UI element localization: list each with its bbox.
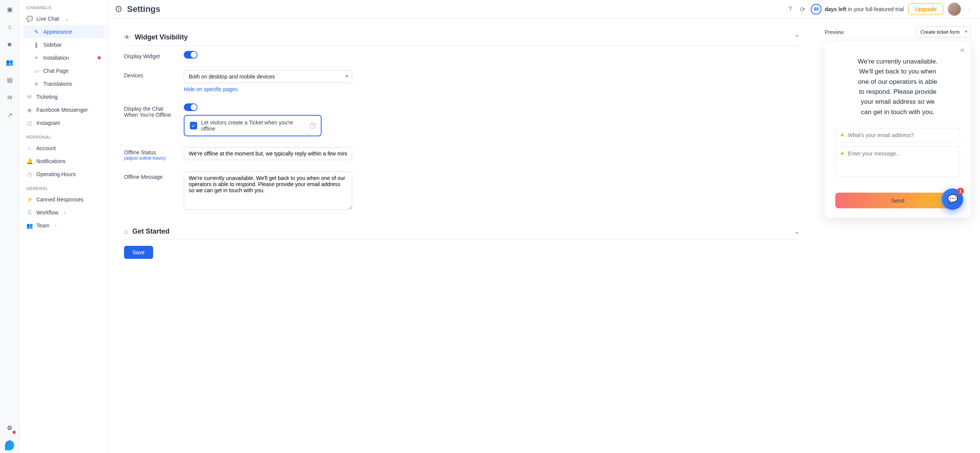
rail-contacts-icon[interactable]: 👥 bbox=[5, 57, 14, 67]
sidebar-section-general: GENERAL bbox=[20, 181, 108, 193]
label-offline-status: Offline Status (adjust online hours) bbox=[124, 147, 178, 161]
close-icon[interactable]: ✕ bbox=[960, 47, 965, 54]
sidebar-item-team[interactable]: 👥 Team › bbox=[20, 219, 108, 232]
sidebar-label: Chat Page bbox=[43, 68, 69, 74]
sidebar-item-account[interactable]: ☺ Account bbox=[20, 142, 108, 155]
user-icon: ☺ bbox=[26, 145, 33, 151]
widget-offline-message: We're currently unavailable. We'll get b… bbox=[835, 57, 960, 117]
home-icon: ⌂ bbox=[124, 228, 128, 235]
trial-days-count: 98 bbox=[811, 4, 822, 15]
chevron-right-icon: › bbox=[55, 222, 57, 229]
save-button[interactable]: Save bbox=[124, 246, 153, 259]
sidebar-label: Account bbox=[36, 145, 56, 151]
section-title: Widget Visibility bbox=[135, 33, 188, 41]
notification-dot bbox=[98, 56, 101, 59]
preview-panel: Preview Create ticket form ✕ We're curre… bbox=[815, 19, 980, 453]
settings-form: 👁 Widget Visibility ⌃ Display Widget Dev… bbox=[108, 19, 815, 453]
sidebar-item-instagram[interactable]: ◫ Instagram bbox=[20, 116, 108, 129]
rail-home-icon[interactable]: ⌂ bbox=[5, 22, 14, 31]
sidebar-item-canned-responses[interactable]: ⚡ Canned Responses bbox=[20, 193, 108, 206]
chat-fab[interactable]: 💬 1 bbox=[942, 188, 963, 210]
sidebar-item-chat-page[interactable]: ▭ Chat Page bbox=[20, 64, 108, 77]
clock-icon: ◷ bbox=[26, 171, 33, 177]
list-icon: ☰ bbox=[26, 209, 33, 216]
textarea-offline-message[interactable]: We're currently unavailable. We'll get b… bbox=[184, 172, 352, 210]
rail-bot-icon[interactable]: ☻ bbox=[5, 40, 14, 49]
rail-logo-icon[interactable] bbox=[5, 441, 14, 450]
rail-analytics-icon[interactable]: ↗ bbox=[5, 110, 14, 119]
settings-sidebar: CHANNELS 💬 Live Chat ⌄ ✎ Appearance ❚ Si… bbox=[20, 0, 108, 453]
sidebar-item-sidebar[interactable]: ❚ Sidebar bbox=[20, 38, 108, 51]
sidebar-label: Team bbox=[36, 222, 49, 229]
laptop-icon: ▭ bbox=[33, 68, 39, 74]
checkbox-label: Let visitors create a Ticket when you're… bbox=[201, 119, 304, 132]
sidebar-item-fb-messenger[interactable]: ◉ Facebook Messenger bbox=[20, 103, 108, 116]
chevron-up-icon: ⌃ bbox=[794, 34, 799, 41]
trial-badge: 98 days left in your full-featured trial bbox=[811, 4, 904, 15]
sidebar-label: Translations bbox=[43, 81, 72, 87]
pencil-icon: ✎ bbox=[33, 29, 39, 35]
sidebar-item-operating-hours[interactable]: ◷ Operating Hours bbox=[20, 168, 108, 181]
sidebar-label: Operating Hours bbox=[36, 171, 76, 177]
sidebar-item-ticketing[interactable]: ✉ Ticketing bbox=[20, 90, 108, 103]
section-widget-visibility[interactable]: 👁 Widget Visibility ⌃ bbox=[124, 29, 799, 46]
input-offline-status[interactable] bbox=[184, 147, 352, 160]
widget-send-button[interactable]: Send bbox=[835, 193, 960, 208]
widget-email-input[interactable] bbox=[848, 132, 955, 138]
link-adjust-hours[interactable]: (adjust online hours) bbox=[124, 155, 178, 161]
help-icon[interactable]: ? bbox=[310, 123, 315, 129]
chevron-down-icon: ⌄ bbox=[64, 16, 69, 22]
preview-form-select[interactable]: Create ticket form bbox=[916, 26, 971, 38]
label-display-widget: Display Widget bbox=[124, 51, 178, 59]
arrow-icon: ➤ bbox=[839, 131, 846, 139]
sidebar-label: Sidebar bbox=[43, 42, 62, 48]
rail-inbox-icon[interactable]: ▣ bbox=[5, 5, 14, 14]
sidebar-item-live-chat[interactable]: 💬 Live Chat ⌄ bbox=[20, 12, 108, 25]
sidebar-section-channels: CHANNELS bbox=[20, 0, 108, 12]
checkbox-row-create-ticket[interactable]: ✓ Let visitors create a Ticket when you'… bbox=[184, 115, 322, 136]
page-header: ⚙ Settings ? ⟳ 98 days left in your full… bbox=[108, 0, 980, 19]
bell-icon: 🔔 bbox=[26, 158, 33, 164]
sidebar-label: Facebook Messenger bbox=[36, 107, 88, 113]
dropdown-devices[interactable]: Both on desktop and mobile devices bbox=[184, 70, 352, 83]
sidebar-label: Workflow bbox=[36, 209, 58, 216]
icon-rail: ▣ ⌂ ☻ 👥 ▤ ✉ ↗ ⚙ bbox=[0, 0, 20, 453]
toggle-display-offline[interactable] bbox=[184, 103, 198, 111]
widget-message-field[interactable]: ➤ bbox=[835, 146, 960, 177]
refresh-icon[interactable]: ⟳ bbox=[799, 5, 806, 13]
preview-label: Preview bbox=[825, 29, 844, 35]
sidebar-label: Notifications bbox=[36, 158, 65, 164]
sidebar-item-translations[interactable]: ⊕ Translations bbox=[20, 77, 108, 90]
rail-settings-icon[interactable]: ⚙ bbox=[5, 423, 14, 432]
sidebar-label: Canned Responses bbox=[36, 196, 83, 203]
bolt-icon: ⚡ bbox=[26, 196, 33, 203]
page-title: Settings bbox=[127, 4, 160, 14]
sidebar-item-workflow[interactable]: ☰ Workflow › bbox=[20, 206, 108, 219]
checkbox-create-ticket[interactable]: ✓ bbox=[190, 122, 197, 129]
widget-message-input[interactable] bbox=[848, 150, 955, 157]
notification-dot bbox=[13, 431, 16, 434]
label-offline-message: Offline Message bbox=[124, 172, 178, 180]
help-icon[interactable]: ? bbox=[786, 5, 794, 13]
link-icon: ⚭ bbox=[33, 55, 39, 61]
messenger-icon: ◉ bbox=[26, 107, 33, 113]
rail-org-icon[interactable]: ▤ bbox=[5, 75, 14, 84]
fab-badge: 1 bbox=[957, 188, 964, 195]
avatar[interactable] bbox=[948, 3, 961, 16]
widget-email-field[interactable]: ➤ bbox=[835, 128, 960, 142]
sidebar-item-notifications[interactable]: 🔔 Notifications bbox=[20, 155, 108, 168]
rail-mail-icon[interactable]: ✉ bbox=[5, 93, 14, 102]
toggle-display-widget[interactable] bbox=[184, 51, 198, 59]
section-title: Get Started bbox=[132, 227, 170, 235]
eye-icon: 👁 bbox=[124, 34, 130, 41]
upgrade-button[interactable]: Upgrade bbox=[908, 3, 943, 15]
section-get-started[interactable]: ⌂ Get Started ⌄ bbox=[124, 224, 799, 240]
gear-icon: ⚙ bbox=[115, 5, 122, 13]
sidebar-label: Instagram bbox=[36, 120, 60, 126]
sidebar-item-appearance[interactable]: ✎ Appearance bbox=[23, 25, 105, 38]
link-hide-pages[interactable]: Hide on specific pages bbox=[184, 86, 238, 92]
more-icon[interactable]: ⋮ bbox=[965, 5, 973, 13]
sidebar-section-personal: PERSONAL bbox=[20, 129, 108, 142]
sidebar-item-installation[interactable]: ⚭ Installation bbox=[20, 51, 108, 64]
instagram-icon: ◫ bbox=[26, 120, 33, 126]
